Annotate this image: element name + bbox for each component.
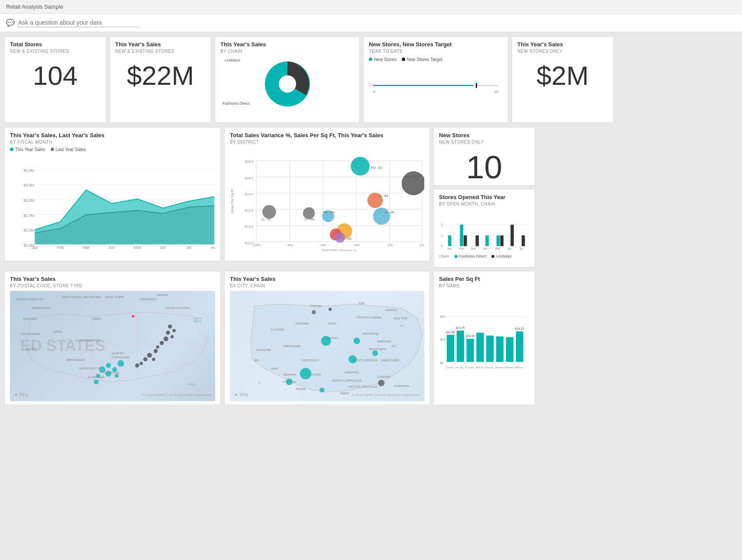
sales-new-existing-subtitle: NEW & EXISTING STORES <box>115 49 206 54</box>
target-dot <box>402 58 405 61</box>
svg-text:Jan: Jan <box>32 245 38 248</box>
bullet-bar-container <box>373 75 498 88</box>
svg-text:-4%: -4% <box>353 243 359 247</box>
svg-text:Ft. Og..: Ft. Og.. <box>456 365 465 368</box>
svg-text:Monro..: Monro.. <box>476 365 485 368</box>
legend-fashions: Fashions Direct <box>455 254 487 258</box>
svg-text:2: 2 <box>441 223 443 227</box>
svg-point-150 <box>348 355 357 364</box>
svg-text:Apr: Apr <box>109 245 115 248</box>
svg-text:-2%: -2% <box>387 243 393 247</box>
svg-text:May: May <box>134 245 141 248</box>
state-alabama: ALABAMA <box>88 375 104 379</box>
svg-point-101 <box>147 353 152 357</box>
svg-rect-76 <box>464 235 467 246</box>
sales-sqft-title: Sales Per Sq Ft <box>439 276 529 283</box>
svg-text:$15.0: $15.0 <box>245 160 254 164</box>
svg-text:Washington: Washington <box>369 347 386 351</box>
svg-point-153 <box>319 387 324 392</box>
row2-grid: This Year's Sales, Last Year's Sales BY … <box>0 127 742 267</box>
row1-grid: Total Stores NEW & EXISTING STORES 104 T… <box>0 32 742 127</box>
svg-text:$10.93: $10.93 <box>466 335 475 338</box>
qa-input[interactable] <box>18 18 139 27</box>
svg-rect-165 <box>457 331 464 362</box>
lindseys-label: Lindseys <box>496 254 512 258</box>
svg-text:PENNSYLVANIA: PENNSYLVANIA <box>357 315 382 319</box>
svg-text:Knowil..: Knowil.. <box>465 365 475 368</box>
svg-text:1: 1 <box>441 234 443 238</box>
new-stores-count-subtitle: NEW STORES ONLY <box>439 140 529 145</box>
svg-text:Mar: Mar <box>471 247 476 250</box>
svg-point-149 <box>372 350 378 356</box>
svg-point-151 <box>300 368 311 379</box>
svg-point-147 <box>321 336 331 346</box>
legend-last-year: Last Year Sales <box>51 147 86 152</box>
area-legend: This Year Sales Last Year Sales <box>10 147 215 152</box>
scatter-svg: Sales Per Sq Ft $12.5 $13.0 $13.5 $14.0 … <box>230 147 424 251</box>
svg-text:-6%: -6% <box>320 243 326 247</box>
this-year-label: This Year Sales <box>15 147 45 152</box>
chat-icon: 💬 <box>6 19 15 27</box>
area-chart-svg: $1.5M $2.0M $2.5M $3.0M $3.5M $4.0M <box>10 154 215 249</box>
svg-text:$4.0M: $4.0M <box>24 168 35 172</box>
stores-opened-subtitle: BY OPEN MONTH, CHAIN <box>439 202 529 206</box>
svg-text:IRI: IRI <box>255 358 259 362</box>
svg-point-97 <box>164 336 168 341</box>
card-scatter: Total Sales Variance %, Sales Per Sq Ft,… <box>224 127 430 261</box>
svg-text:Apr: Apr <box>483 247 488 251</box>
svg-point-103 <box>143 357 147 361</box>
svg-text:Jun: Jun <box>160 245 166 248</box>
state-texas: TEXAS <box>25 347 36 351</box>
sales-new-existing-value: $22M <box>115 54 206 93</box>
svg-point-54 <box>262 205 276 219</box>
svg-point-105 <box>135 364 139 367</box>
map-east-title: This Year's Sales <box>230 276 424 283</box>
svg-text:Jul: Jul <box>519 247 523 250</box>
svg-text:Wilson..: Wilson.. <box>515 365 524 368</box>
svg-text:N.J.: N.J. <box>400 323 405 327</box>
map-east-container: ► bing © 2016 HERE © 2016 Microsoft Corp… <box>230 291 424 401</box>
svg-point-93 <box>168 325 172 328</box>
sales-by-chain-title: This Year's Sales <box>220 41 354 48</box>
card-sales-new-only: This Year's Sales NEW STORES ONLY $2M <box>512 36 613 123</box>
new-stores-label: New Stores <box>374 57 397 62</box>
bullet-axis-0: 0 <box>373 90 375 94</box>
svg-text:$3.0M: $3.0M <box>24 198 35 202</box>
svg-point-1 <box>279 75 296 93</box>
state-mississippi: MISSISSIPPI <box>79 367 100 370</box>
svg-rect-80 <box>500 235 504 246</box>
svg-point-104 <box>140 362 143 365</box>
svg-point-154 <box>378 380 384 386</box>
svg-point-110 <box>106 363 111 368</box>
sales-fiscal-title: This Year's Sales, Last Year's Sales <box>10 132 215 139</box>
svg-text:Erie: Erie <box>359 301 365 305</box>
card-total-stores: Total Stores NEW & EXISTING STORES 104 <box>4 36 106 123</box>
svg-text:$10: $10 <box>440 338 445 341</box>
svg-text:-8%: -8% <box>287 243 293 247</box>
state-new-york: NEW YORK <box>105 295 124 299</box>
svg-point-94 <box>172 329 176 332</box>
svg-text:LI - 01: LI - 01 <box>261 217 271 221</box>
pie-label-fashions: Fashions Direct <box>223 101 250 106</box>
map-us-subtitle: BY POSTAL CODE, STORE TYPE <box>10 283 215 288</box>
svg-text:$13.5: $13.5 <box>245 208 254 212</box>
svg-rect-75 <box>460 225 463 246</box>
row3-grid: This Year's Sales BY POSTAL CODE, STORE … <box>0 267 742 409</box>
state-south-dakota: SOUTH DAKOTA <box>16 297 44 301</box>
app-header: Retail Analysis Sample <box>0 0 742 14</box>
stores-legend: Chain Fashions Direct Lindseys <box>439 254 529 258</box>
svg-text:FD - 03: FD - 03 <box>323 210 335 214</box>
last-year-dot <box>51 148 54 151</box>
svg-text:Hartford: Hartford <box>385 308 397 312</box>
svg-rect-82 <box>522 235 525 246</box>
state-iowa: IOWA <box>53 330 62 334</box>
svg-text:$2.5M: $2.5M <box>24 213 35 217</box>
card-sales-sqft: Sales Per Sq Ft BY NAME $0 $10 $20 $12.8… <box>433 271 535 405</box>
svg-text:$12.86: $12.86 <box>446 331 455 334</box>
svg-point-114 <box>132 315 135 318</box>
svg-text:s: s <box>258 381 260 385</box>
state-nebraska: NEBRASKA <box>32 306 51 310</box>
svg-text:Cincin..: Cincin.. <box>446 365 455 368</box>
stores-bar-svg: 0 1 2 <box>439 209 529 252</box>
fashions-dot <box>455 255 458 258</box>
